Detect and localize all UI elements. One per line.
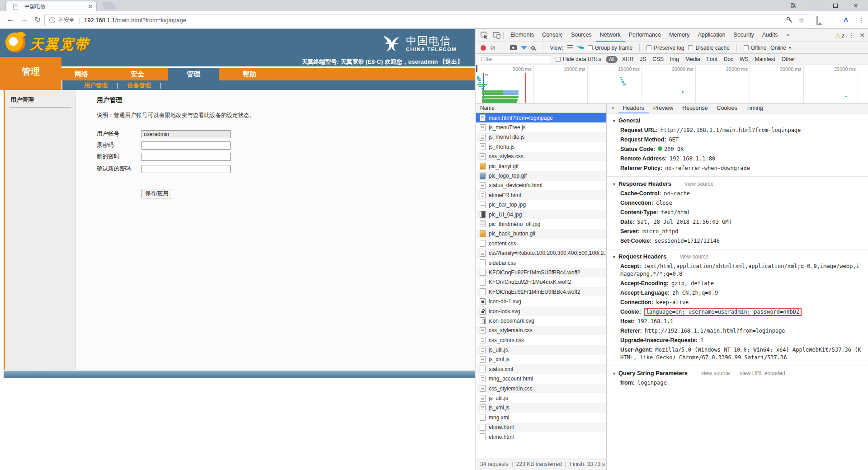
network-timeline[interactable]: 5000 ms10000 ms15000 ms20000 ms25000 ms3… [476,65,868,103]
triangle-down-icon[interactable]: ▼ [612,119,616,123]
checkbox-icon[interactable] [646,45,651,50]
filter-type[interactable]: Img [670,56,679,62]
preserve-log-toggle[interactable]: Preserve log [646,45,684,51]
request-row[interactable]: mng_account.html [476,374,606,384]
view-source-link[interactable]: view source [680,254,708,260]
devtools-tab[interactable]: » [782,29,793,42]
request-row[interactable]: pic_UI_04.jpg [476,210,606,219]
request-row[interactable]: css_stylemain.css [476,384,606,393]
detail-tab[interactable]: Response [678,103,712,113]
forward-button[interactable]: → [21,15,28,24]
filter-type[interactable]: CSS [652,56,664,62]
request-row[interactable]: pic_back_button.gif [476,229,606,239]
nav-tab[interactable]: 网络 [56,68,107,80]
username-field[interactable] [142,130,231,138]
filter-type[interactable]: Font [707,56,717,62]
request-row[interactable]: main.html?from=loginpage [476,113,606,122]
detail-tab[interactable]: Cookies [712,103,742,113]
request-row[interactable]: css?family=Roboto:100,200,300,400,500,10… [476,248,606,258]
view-source-link[interactable]: view source [685,181,713,187]
view-source-link[interactable]: view source [701,370,730,376]
detail-close-icon[interactable]: × [611,105,615,112]
request-row[interactable]: status_deviceinfo.html [476,181,606,190]
request-row[interactable]: js_xml.js [476,355,606,364]
search-icon[interactable] [531,46,535,50]
list-view-icon[interactable] [567,45,573,50]
filter-type[interactable]: XHR [622,56,633,62]
filter-type[interactable]: Other [782,56,795,62]
filter-input[interactable] [479,56,551,63]
section-title[interactable]: Response Headers [618,180,671,187]
triangle-down-icon[interactable]: ▼ [612,182,616,187]
devtools-tab[interactable]: Performance [625,29,665,42]
detail-tab[interactable]: Timing [742,103,768,113]
checkbox-icon[interactable] [588,45,593,50]
inspect-element-icon[interactable] [481,32,488,39]
offline-toggle[interactable]: Offline [744,45,766,51]
sidebar-item-user-management[interactable]: 用户管理 [9,96,71,108]
detail-tab[interactable]: Preview [649,103,678,113]
subnav-link[interactable]: 设备管理 [127,81,170,89]
back-button[interactable]: ← [6,15,14,24]
request-row[interactable]: js_util.js [476,345,606,354]
request-row[interactable]: icon-lock.svg [476,306,606,316]
request-row[interactable]: pic_logo_top.gif [476,171,606,180]
key-icon[interactable] [786,17,793,24]
request-row[interactable]: KFOlCnqEu92Fr1MmEU9fBBc4.woff2 [476,287,606,296]
request-row[interactable]: content.css [476,239,606,248]
nav-tab[interactable]: 管理 [168,68,219,80]
window-maximize-button[interactable] [833,4,838,8]
filter-type[interactable]: JS [640,56,646,62]
request-row[interactable]: etimeFR.html [476,190,606,200]
filter-type[interactable]: Doc [724,56,733,62]
devtools-close-icon[interactable]: ✕ [859,32,865,39]
disable-cache-toggle[interactable]: Disable cache [688,45,729,51]
filter-type[interactable]: Media [685,56,700,62]
clear-icon[interactable]: ⊘ [490,45,496,51]
device-toolbar-icon[interactable] [493,32,500,39]
devtools-tab[interactable]: Memory [665,29,693,42]
browser-menu-icon[interactable]: ⋮ [858,17,864,24]
throttling-dropdown[interactable]: Online▼ [770,45,792,51]
window-minimize-button[interactable]: — [808,0,822,11]
request-row[interactable]: sidebar.css [476,258,606,268]
devtools-menu-icon[interactable]: ⋮ [849,32,855,39]
request-row[interactable]: pic_thirdmenu_off.jpg [476,219,606,229]
checkbox-icon[interactable] [688,45,693,50]
reload-button[interactable]: ↻ [34,15,41,24]
section-title[interactable]: Request Headers [618,253,666,260]
devtools-tab[interactable]: Audits [758,29,782,42]
request-row[interactable]: status.xml [476,364,606,374]
section-title[interactable]: Query String Parameters [618,370,688,376]
filter-type[interactable]: Manifest [755,56,775,62]
devtools-tab[interactable]: Application [693,29,729,42]
browser-tab[interactable]: 中国电信 ✕ [5,1,97,11]
devtools-tab[interactable]: Network [596,29,625,42]
old-password-field[interactable] [142,141,231,150]
extension-lambda-icon[interactable] [844,16,848,24]
request-row[interactable]: pic_bar_top.jpg [476,200,606,210]
triangle-down-icon[interactable]: ▼ [612,371,616,376]
request-row[interactable]: icon-bookmark.svg [476,316,606,325]
detail-tab[interactable]: Headers [618,103,649,113]
info-icon[interactable] [49,17,55,23]
request-row[interactable]: js_menu.js [476,142,606,151]
request-row[interactable]: js_xml.js [476,403,606,413]
view-url-encoded-link[interactable]: view URL encoded [740,370,785,376]
subnav-link[interactable]: 用户管理 [84,81,127,89]
window-close-button[interactable]: ✕ [849,0,863,11]
group-by-frame-toggle[interactable]: Group by frame [588,45,632,51]
tab-close-icon[interactable]: ✕ [88,3,93,10]
request-row[interactable]: etime.html [476,423,606,432]
confirm-password-field[interactable] [142,165,231,173]
new-tab-button[interactable] [102,2,116,9]
section-title[interactable]: General [618,117,640,124]
request-row[interactable]: js_util.js [476,393,606,403]
request-row[interactable]: css_stylemain.css [476,326,606,335]
filter-funnel-icon[interactable] [521,46,527,50]
request-row[interactable]: etime.html [476,432,606,442]
save-apply-button[interactable]: 保存/应用 [142,189,172,198]
warning-badge[interactable]: ⚠2 [835,31,844,39]
devtools-tab[interactable]: Security [730,29,758,42]
filter-type-all[interactable]: All [606,56,618,63]
